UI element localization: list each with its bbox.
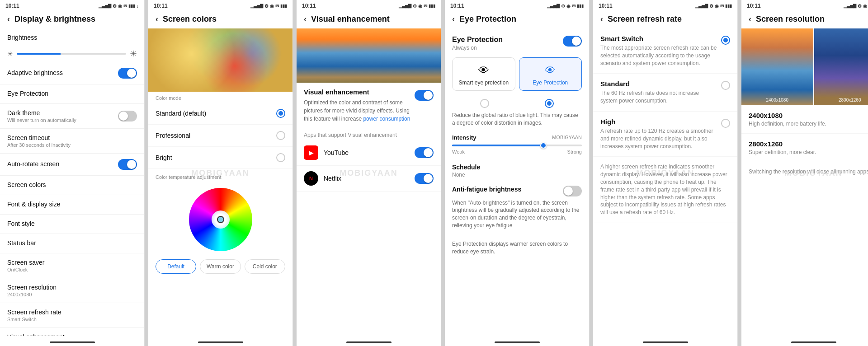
panel4-title: Eye Protection	[459, 14, 516, 24]
status-bar-item[interactable]: Status bar	[0, 234, 144, 253]
smart-eye-radio[interactable]	[480, 99, 489, 108]
panel-eye-protection: 10:11 ▁▃▅▇ ⚙ ◉ ✉ ▮▮▮ ‹ Eye Protection Ey…	[445, 0, 590, 346]
color-mode-label: Color mode	[148, 92, 292, 103]
sun-large-icon: ☀	[130, 49, 137, 59]
landscape-image-inner	[297, 28, 441, 83]
location-icon-3: ◉	[418, 4, 422, 9]
mode-bright-item[interactable]: Bright	[148, 147, 292, 169]
status-bar-3: 10:11 ▁▃▅▇ ⚙ ◉ ✉ ▮▮▮	[297, 0, 441, 11]
color-wheel[interactable]	[189, 188, 252, 251]
mode-standard-radio[interactable]	[276, 109, 285, 118]
res-footer: Switching the resolution will close all …	[741, 162, 868, 181]
netflix-toggle[interactable]	[415, 173, 434, 184]
high-refresh-radio[interactable]	[721, 119, 730, 128]
panel5-header: ‹ Screen refresh rate	[593, 11, 737, 28]
visual-desc-link[interactable]: power consumption	[363, 116, 410, 122]
adaptive-brightness-toggle[interactable]	[118, 68, 137, 79]
panel-screen-resolution: 10:11 ▁▃▅▇ ⚙ ◉ ✉ ▮▮▮ ‹ Screen resolution…	[741, 0, 868, 346]
eye-protection-item[interactable]: Eye Protection	[0, 84, 144, 104]
screen-colors-item[interactable]: Screen colors	[0, 176, 144, 195]
netflix-icon: N	[304, 171, 318, 186]
msg-icon-3: ✉	[424, 4, 427, 9]
time-5: 10:11	[599, 3, 613, 9]
status-bar-6: 10:11 ▁▃▅▇ ⚙ ◉ ✉ ▮▮▮	[741, 0, 868, 11]
smart-switch-radio[interactable]	[721, 36, 730, 45]
back-arrow-6[interactable]: ‹	[749, 14, 751, 24]
temp-buttons: Default Warm color Cold color	[148, 256, 292, 281]
schedule-value: None	[452, 172, 582, 178]
mode-professional-label: Professional	[156, 132, 190, 139]
back-arrow-3[interactable]: ‹	[304, 14, 307, 24]
smart-eye-btn[interactable]: 👁 Smart eye protection	[452, 57, 515, 91]
res-2800-desc: Super definition, more clear.	[749, 149, 868, 155]
adaptive-brightness-item[interactable]: Adaptive brightness	[0, 62, 144, 84]
font-style-item[interactable]: Font style	[0, 215, 144, 234]
signal-icon-2: ▁▃▅▇	[250, 4, 263, 8]
ep-main-subtitle: Always on	[452, 45, 503, 51]
panel5-title: Screen refresh rate	[608, 14, 682, 24]
panel2-title: Screen colors	[163, 14, 217, 24]
dark-theme-item[interactable]: Dark theme Will never turn on automatica…	[0, 104, 144, 129]
screen-resolution-item[interactable]: Screen resolution 2400x1080	[0, 278, 144, 303]
back-arrow-2[interactable]: ‹	[156, 14, 158, 24]
location-icon-5: ◉	[715, 4, 719, 9]
ep-main-toggle[interactable]	[563, 36, 582, 47]
refresh-high[interactable]: High A refresh rate up to 120 Hz creates…	[593, 112, 737, 157]
mode-bright-radio[interactable]	[276, 153, 285, 162]
msg-icon: ✉	[123, 4, 127, 9]
mode-professional-radio[interactable]	[276, 131, 285, 140]
auto-rotate-toggle[interactable]	[118, 159, 137, 170]
resolution-2400-item[interactable]: 2400x1080 High definition, more battery …	[741, 105, 868, 134]
warm-temp-btn[interactable]: Warm color	[200, 259, 241, 274]
youtube-toggle[interactable]	[415, 147, 434, 158]
resolution-2800-item[interactable]: 2800x1260 Super definition, more clear.	[741, 134, 868, 162]
visual-enhancement-toggle[interactable]	[415, 90, 434, 101]
visual-enhancement-desc: Visual enhancement Optimized the color a…	[297, 83, 441, 128]
visual-enhancement-item[interactable]: Visual enhancement Optimized the color a…	[0, 328, 144, 336]
af-title: Anti-fatigue brightness	[452, 186, 521, 193]
signal-icon: ▁▃▅▇	[99, 4, 111, 8]
strong-label: Strong	[567, 149, 582, 154]
mode-professional-item[interactable]: Professional	[148, 125, 292, 147]
cold-temp-btn[interactable]: Cold color	[245, 259, 285, 274]
auto-rotate-item[interactable]: Auto-rotate screen	[0, 154, 144, 176]
panel3-title: Visual enhancement	[311, 14, 390, 24]
standard-refresh-radio[interactable]	[721, 81, 730, 90]
back-arrow-5[interactable]: ‹	[600, 14, 603, 24]
af-toggle[interactable]	[563, 186, 582, 196]
back-arrow-1[interactable]: ‹	[7, 14, 10, 24]
smart-eye-label: Smart eye protection	[458, 79, 509, 86]
mode-standard-label: Standard (default)	[156, 110, 206, 117]
intensity-label: Intensity	[452, 134, 476, 141]
brightness-label: Brightness	[7, 34, 37, 41]
mobigyaan-watermark-intensity: MOBIGYAAN	[552, 135, 582, 140]
intensity-slider[interactable]	[452, 145, 582, 146]
refresh-smart-switch[interactable]: Smart Switch The most appropriate screen…	[593, 28, 737, 74]
panel-display-brightness: 10:11 ▁▃▅▇ ⚙ ◉ ✉ ▮▮▮ ↓ ‹ Display & brigh…	[0, 0, 145, 346]
brightness-slider[interactable]	[17, 53, 126, 55]
eye-protection-btn[interactable]: 👁 Eye Protection	[519, 57, 582, 91]
eye-protection-mode-icon: 👁	[545, 64, 556, 77]
battery-icon: ▮▮▮	[128, 4, 135, 8]
screen-saver-item[interactable]: Screen saver On/Clock	[0, 253, 144, 278]
settings-icon-2: ⚙	[264, 4, 269, 9]
dark-theme-toggle[interactable]	[118, 111, 137, 122]
netflix-label: Netflix	[324, 175, 415, 182]
resolution-panel-content: 2400x1080 2800x1260 2400x1080 High defin…	[741, 28, 868, 336]
back-arrow-4[interactable]: ‹	[452, 14, 455, 24]
refresh-standard[interactable]: Standard The 60 Hz refresh rate does not…	[593, 74, 737, 112]
location-icon-2: ◉	[270, 4, 274, 9]
screen-colors-label: Screen colors	[7, 181, 137, 188]
anti-fatigue-section: Anti-fatigue brightness When "Auto-brigh…	[445, 180, 589, 235]
screen-timeout-item[interactable]: Screen timeout After 30 seconds of inact…	[0, 129, 144, 154]
screen-refresh-item[interactable]: Screen refresh rate Smart Switch	[0, 303, 144, 328]
default-temp-btn[interactable]: Default	[156, 259, 196, 274]
eye-protection-radio[interactable]	[545, 99, 554, 108]
font-display-item[interactable]: Font & display size	[0, 195, 144, 215]
intensity-row: Intensity MOBIGYAAN	[445, 131, 589, 143]
location-icon: ◉	[118, 4, 122, 9]
status-bar-label: Status bar	[7, 239, 137, 247]
schedule-row[interactable]: Schedule None	[445, 158, 589, 180]
mode-standard-item[interactable]: Standard (default)	[148, 103, 292, 125]
time-2: 10:11	[154, 3, 168, 9]
